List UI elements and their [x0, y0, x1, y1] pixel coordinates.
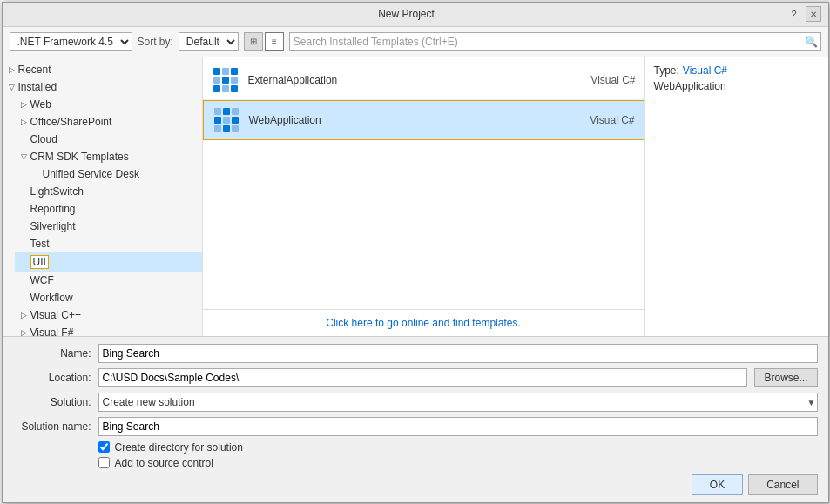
- web-label: Web: [30, 98, 51, 111]
- name-row: Name:: [13, 344, 818, 363]
- name-input[interactable]: [98, 344, 818, 363]
- solution-name-input[interactable]: [98, 417, 818, 436]
- create-directory-row: Create directory for solution: [98, 441, 818, 454]
- main-content: ▷ Recent ▽ Installed ▷ Web: [3, 57, 828, 336]
- location-row: Location: Browse...: [13, 368, 818, 387]
- info-description: WebApplication: [654, 80, 820, 92]
- sidebar-item-wcf[interactable]: ▷ WCF: [15, 272, 202, 289]
- sidebar-item-reporting[interactable]: ▷ Reporting: [15, 200, 202, 218]
- framework-select[interactable]: .NET Framework 4.5: [10, 32, 132, 51]
- toolbar: .NET Framework 4.5 Sort by: Default ⊞ ≡ …: [3, 27, 828, 57]
- expand-arrow-recent: ▷: [6, 65, 18, 74]
- sidebar-item-uii[interactable]: ▷ UII: [15, 252, 202, 272]
- external-app-type: Visual C#: [590, 74, 635, 86]
- sidebar: ▷ Recent ▽ Installed ▷ Web: [3, 57, 203, 336]
- sort-label: Sort by:: [138, 36, 173, 48]
- sidebar-item-web[interactable]: ▷ Web: [15, 96, 202, 113]
- name-label: Name:: [13, 347, 91, 360]
- sidebar-item-recent[interactable]: ▷ Recent: [3, 61, 202, 78]
- help-icon[interactable]: ?: [786, 6, 802, 22]
- external-app-icon: [212, 66, 240, 94]
- location-input[interactable]: [98, 368, 748, 387]
- online-link-bar: Click here to go online and find templat…: [203, 309, 644, 336]
- expand-arrow-web: ▷: [18, 100, 30, 109]
- sidebar-item-test[interactable]: ▷ Test: [15, 235, 202, 252]
- location-label: Location:: [13, 372, 91, 384]
- sidebar-item-lightswitch[interactable]: ▷ LightSwitch: [15, 183, 202, 200]
- type-value: Visual C#: [683, 64, 727, 77]
- webapp-name: WebApplication: [249, 114, 582, 126]
- solution-select-wrapper: Create new solution Add to solution ▼: [98, 393, 818, 412]
- recent-label: Recent: [18, 64, 51, 76]
- search-icon: 🔍: [805, 36, 818, 48]
- installed-children: ▷ Web ▷ Office/SharePoint ▷ Cloud: [3, 96, 202, 336]
- solution-name-row: Solution name:: [13, 417, 818, 436]
- create-directory-checkbox[interactable]: [98, 441, 110, 453]
- framework-wrapper: .NET Framework 4.5: [10, 32, 132, 51]
- workflow-label: Workflow: [30, 292, 73, 304]
- solution-name-label: Solution name:: [13, 420, 91, 433]
- usd-label: Unified Service Desk: [43, 168, 139, 180]
- sidebar-item-silverlight[interactable]: ▷ Silverlight: [15, 218, 202, 235]
- browse-button[interactable]: Browse...: [754, 368, 817, 387]
- button-row: OK Cancel: [13, 474, 818, 495]
- expand-arrow-vf: ▷: [18, 328, 30, 336]
- template-item-webapp[interactable]: WebApplication Visual C#: [203, 100, 644, 140]
- type-row: Type: Visual C#: [654, 64, 820, 77]
- title-bar-controls: ? ✕: [786, 6, 821, 22]
- add-source-control-row: Add to source control: [98, 457, 818, 469]
- add-source-control-checkbox[interactable]: [98, 457, 110, 468]
- crm-label: CRM SDK Templates: [30, 151, 129, 163]
- view-icons: ⊞ ≡: [244, 32, 284, 51]
- new-project-dialog: New Project ? ✕ .NET Framework 4.5 Sort …: [2, 2, 829, 503]
- webapp-type: Visual C#: [590, 114, 634, 126]
- add-source-control-label: Add to source control: [115, 457, 213, 469]
- expand-arrow-vcpp: ▷: [18, 311, 30, 319]
- close-button[interactable]: ✕: [806, 6, 821, 22]
- tile-view-button[interactable]: ⊞: [244, 32, 263, 51]
- template-item-external[interactable]: ExternalApplication Visual C#: [203, 61, 644, 100]
- dialog-title: New Project: [27, 8, 786, 20]
- create-directory-label: Create directory for solution: [115, 441, 243, 454]
- vcpp-label: Visual C++: [30, 309, 81, 321]
- cloud-label: Cloud: [30, 133, 57, 145]
- reporting-label: Reporting: [30, 203, 76, 215]
- uii-label: UII: [30, 255, 49, 269]
- sidebar-item-visualcpp[interactable]: ▷ Visual C++: [15, 306, 202, 324]
- expand-arrow-installed: ▽: [6, 83, 18, 91]
- type-label: Type:: [654, 64, 679, 77]
- office-label: Office/SharePoint: [30, 116, 112, 128]
- expand-arrow-crm: ▽: [18, 152, 30, 161]
- info-panel: Type: Visual C# WebApplication: [645, 57, 828, 336]
- search-input[interactable]: [289, 32, 821, 51]
- solution-select[interactable]: Create new solution Add to solution: [98, 393, 818, 412]
- ok-button[interactable]: OK: [692, 474, 743, 495]
- cancel-button[interactable]: Cancel: [748, 474, 817, 495]
- title-bar: New Project ? ✕: [3, 3, 828, 27]
- center-panel: ExternalApplication Visual C# WebApplica…: [203, 57, 645, 336]
- test-label: Test: [30, 238, 50, 250]
- expand-arrow-office: ▷: [18, 118, 30, 126]
- search-wrapper: 🔍: [289, 32, 821, 51]
- solution-label: Solution:: [13, 396, 91, 408]
- bottom-form: Name: Location: Browse... Solution: Crea…: [3, 336, 828, 502]
- online-link[interactable]: Click here to go online and find templat…: [326, 317, 520, 329]
- sidebar-item-workflow[interactable]: ▷ Workflow: [15, 289, 202, 306]
- sidebar-item-crm[interactable]: ▽ CRM SDK Templates: [15, 148, 202, 165]
- sidebar-item-officesharepoint[interactable]: ▷ Office/SharePoint: [15, 113, 202, 131]
- lightswitch-label: LightSwitch: [30, 185, 84, 198]
- sort-select[interactable]: Default: [179, 32, 239, 51]
- vf-label: Visual F#: [30, 326, 74, 336]
- sidebar-item-cloud[interactable]: ▷ Cloud: [15, 131, 202, 148]
- sidebar-item-installed[interactable]: ▽ Installed: [3, 78, 202, 96]
- wcf-label: WCF: [30, 274, 54, 286]
- crm-children: ▷ Unified Service Desk: [15, 165, 202, 183]
- sidebar-item-visualfsharp[interactable]: ▷ Visual F#: [15, 324, 202, 336]
- sidebar-item-usd[interactable]: ▷ Unified Service Desk: [27, 165, 202, 183]
- templates-list: ExternalApplication Visual C# WebApplica…: [203, 57, 644, 309]
- installed-label: Installed: [18, 81, 57, 93]
- list-view-button[interactable]: ≡: [265, 32, 284, 51]
- silverlight-label: Silverlight: [30, 220, 76, 232]
- webapp-icon: [213, 106, 240, 134]
- external-app-name: ExternalApplication: [248, 74, 583, 86]
